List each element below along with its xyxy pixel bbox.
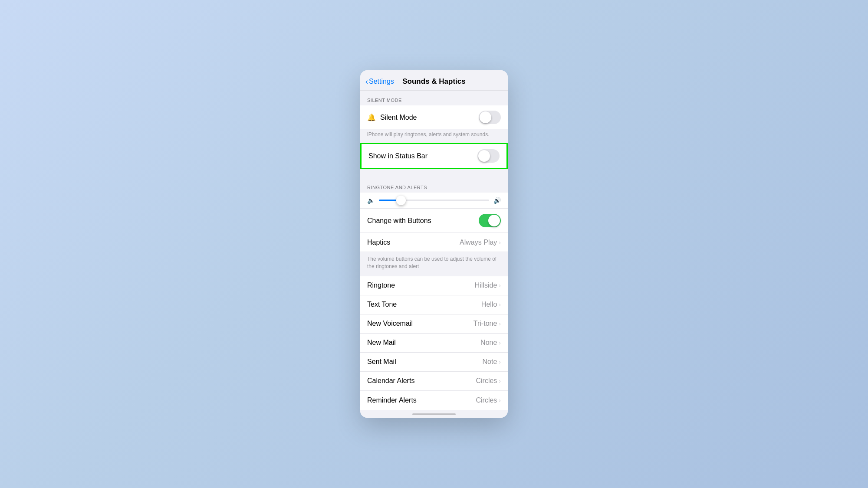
haptics-value: Always Play xyxy=(460,239,497,246)
sound-item-value-container: Hello› xyxy=(481,301,501,308)
sound-item-value-container: Note› xyxy=(483,358,501,366)
home-indicator xyxy=(360,410,508,418)
silent-mode-label: Silent Mode xyxy=(380,114,417,121)
sound-list-item[interactable]: RingtoneHillside› xyxy=(360,276,508,295)
sound-list-item[interactable]: New VoicemailTri-tone› xyxy=(360,314,508,334)
settings-panel: ‹ Settings Sounds & Haptics SILENT MODE … xyxy=(360,70,508,417)
haptics-value-container: Always Play › xyxy=(460,239,501,246)
volume-slider-track[interactable] xyxy=(379,200,489,201)
show-status-bar-toggle-knob xyxy=(478,150,490,162)
sound-item-chevron-icon: › xyxy=(499,339,501,346)
sound-item-chevron-icon: › xyxy=(499,301,501,308)
sound-item-value-container: Tri-tone› xyxy=(473,320,501,328)
sound-list-section: RingtoneHillside›Text ToneHello›New Voic… xyxy=(360,276,508,410)
silent-mode-section: SILENT MODE 🔔 Silent Mode xyxy=(360,91,508,129)
sound-item-value: None xyxy=(480,339,497,347)
change-with-buttons-knob xyxy=(488,215,500,226)
home-bar xyxy=(412,413,456,415)
show-status-bar-label: Show in Status Bar xyxy=(368,152,427,160)
sound-item-value: Circles xyxy=(476,377,497,385)
ringtone-alerts-section: RINGTONE AND ALERTS 🔈 🔊 Change with Butt… xyxy=(360,178,508,276)
page-title: Sounds & Haptics xyxy=(402,77,465,86)
sound-item-value: Tri-tone xyxy=(473,320,497,328)
silent-mode-toggle[interactable] xyxy=(479,111,501,124)
sound-list-item[interactable]: Text ToneHello› xyxy=(360,295,508,314)
back-button[interactable]: ‹ Settings xyxy=(365,78,394,85)
silent-mode-description: iPhone will play ringtones, alerts and s… xyxy=(360,129,508,143)
sound-item-value-container: Circles› xyxy=(476,396,501,404)
show-status-bar-row[interactable]: Show in Status Bar xyxy=(360,143,508,169)
sound-list: RingtoneHillside›Text ToneHello›New Voic… xyxy=(360,276,508,410)
scroll-content: SILENT MODE 🔔 Silent Mode iPhone will pl… xyxy=(360,91,508,409)
sound-item-value-container: Circles› xyxy=(476,377,501,385)
slider-thumb[interactable] xyxy=(396,196,406,205)
sound-item-value: Circles xyxy=(476,396,497,404)
sound-item-label: Sent Mail xyxy=(367,358,396,366)
sound-item-chevron-icon: › xyxy=(499,282,501,289)
silent-mode-section-label: SILENT MODE xyxy=(360,91,508,105)
back-chevron-icon: ‹ xyxy=(365,78,368,85)
ringtone-footnote: The volume buttons can be used to adjust… xyxy=(360,252,508,276)
sound-item-label: Reminder Alerts xyxy=(367,396,417,404)
sound-item-chevron-icon: › xyxy=(499,358,501,365)
sound-item-value-container: Hillside› xyxy=(475,282,501,289)
change-with-buttons-row: Change with Buttons xyxy=(360,209,508,233)
sound-item-chevron-icon: › xyxy=(499,377,501,384)
volume-high-icon: 🔊 xyxy=(493,197,501,204)
sound-item-value: Hillside xyxy=(475,282,497,289)
haptics-chevron-icon: › xyxy=(499,239,501,246)
header: ‹ Settings Sounds & Haptics xyxy=(360,70,508,91)
haptics-label: Haptics xyxy=(367,239,390,246)
sound-list-item[interactable]: Reminder AlertsCircles› xyxy=(360,391,508,410)
sound-item-chevron-icon: › xyxy=(499,320,501,327)
change-with-buttons-toggle[interactable] xyxy=(479,214,501,227)
sound-item-label: Calendar Alerts xyxy=(367,377,414,385)
sound-list-item[interactable]: Sent MailNote› xyxy=(360,353,508,372)
sound-item-value: Note xyxy=(483,358,497,366)
change-with-buttons-label: Change with Buttons xyxy=(367,217,431,225)
toggle-knob xyxy=(480,111,491,123)
sound-item-label: Text Tone xyxy=(367,301,397,308)
sound-item-label: New Voicemail xyxy=(367,320,413,328)
sound-list-item[interactable]: New MailNone› xyxy=(360,334,508,353)
silent-mode-row: 🔔 Silent Mode xyxy=(360,105,508,129)
sound-item-chevron-icon: › xyxy=(499,397,501,404)
volume-slider-row[interactable]: 🔈 🔊 xyxy=(360,193,508,209)
silent-mode-left: 🔔 Silent Mode xyxy=(367,113,417,121)
show-status-bar-toggle[interactable] xyxy=(477,149,500,163)
bell-icon: 🔔 xyxy=(367,113,376,121)
ringtone-alerts-label: RINGTONE AND ALERTS xyxy=(360,178,508,193)
sound-item-value-container: None› xyxy=(480,339,501,347)
haptics-row[interactable]: Haptics Always Play › xyxy=(360,233,508,252)
sound-item-label: New Mail xyxy=(367,339,396,347)
volume-low-icon: 🔈 xyxy=(367,197,375,204)
sound-item-value: Hello xyxy=(481,301,497,308)
sound-list-item[interactable]: Calendar AlertsCircles› xyxy=(360,372,508,391)
back-label[interactable]: Settings xyxy=(369,78,394,85)
sound-item-label: Ringtone xyxy=(367,282,395,289)
